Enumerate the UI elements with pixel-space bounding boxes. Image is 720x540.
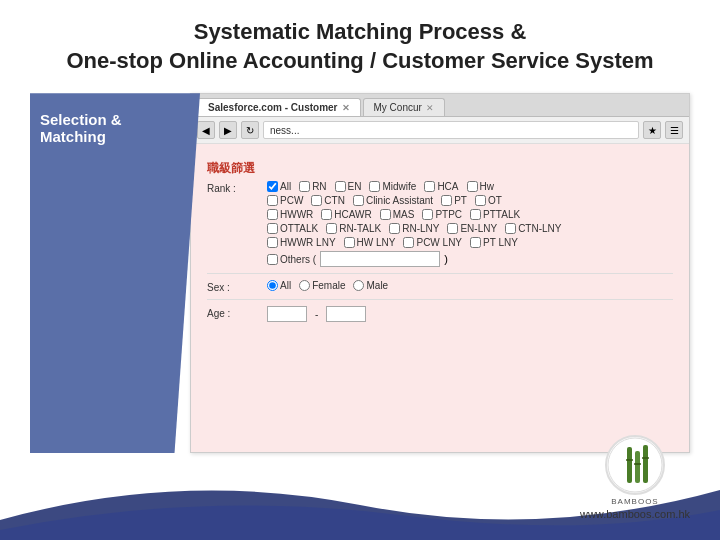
check-clinic-assistant[interactable]: Clinic Assistant <box>353 195 433 206</box>
svg-rect-2 <box>635 451 640 483</box>
check-ptlny[interactable]: PT LNY <box>470 237 518 248</box>
check-enlny-input[interactable] <box>447 223 458 234</box>
check-ctnlny-input[interactable] <box>505 223 516 234</box>
check-mas[interactable]: MAS <box>380 209 415 220</box>
check-mas-input[interactable] <box>380 209 391 220</box>
browser-forward-button[interactable]: ▶ <box>219 121 237 139</box>
check-hwlny-input[interactable] <box>344 237 355 248</box>
browser-refresh-button[interactable]: ↻ <box>241 121 259 139</box>
main-content: Selection & Matching Salesforce.com - Cu… <box>30 93 690 453</box>
check-ctn[interactable]: CTN <box>311 195 345 206</box>
radio-all[interactable]: All <box>267 280 291 291</box>
check-hca[interactable]: HCA <box>424 181 458 192</box>
logo-circle <box>605 435 665 495</box>
svg-rect-4 <box>626 459 633 461</box>
browser-tab-1[interactable]: Salesforce.com - Customer ✕ <box>197 98 361 116</box>
age-min-input[interactable] <box>267 306 307 322</box>
rank-row-1: All RN EN Midwife HCA Hw <box>267 181 673 192</box>
age-controls: - <box>267 306 673 322</box>
check-en-input[interactable] <box>335 181 346 192</box>
tab2-close-icon[interactable]: ✕ <box>426 103 434 113</box>
check-clinic-assistant-input[interactable] <box>353 195 364 206</box>
rank-row-5: HWWR LNY HW LNY PCW LNY PT LNY <box>267 237 673 248</box>
check-pttalk[interactable]: PTTALK <box>470 209 520 220</box>
check-pt-input[interactable] <box>441 195 452 206</box>
check-hca-input[interactable] <box>424 181 435 192</box>
divider-1 <box>207 273 673 274</box>
browser-toolbar: ◀ ▶ ↻ ★ ☰ <box>191 117 689 144</box>
radio-all-input[interactable] <box>267 280 278 291</box>
age-label: Age : <box>207 306 267 319</box>
svg-rect-5 <box>634 463 641 465</box>
svg-rect-3 <box>643 445 648 483</box>
check-pcwlny[interactable]: PCW LNY <box>403 237 462 248</box>
check-hwwrlny[interactable]: HWWR LNY <box>267 237 336 248</box>
check-pcw[interactable]: PCW <box>267 195 303 206</box>
rank-row-4: OTTALK RN-TALK RN-LNY EN-LNY CTN-LNY <box>267 223 673 234</box>
check-hcawr[interactable]: HCAWR <box>321 209 371 220</box>
radio-female[interactable]: Female <box>299 280 345 291</box>
tab1-close-icon[interactable]: ✕ <box>342 103 350 113</box>
radio-male-input[interactable] <box>353 280 364 291</box>
website-url: www.bamboos.com.hk <box>580 508 690 520</box>
browser-tab-2[interactable]: My Concur ✕ <box>363 98 445 116</box>
check-hcawr-input[interactable] <box>321 209 332 220</box>
check-midwife-input[interactable] <box>369 181 380 192</box>
sex-label: Sex : <box>207 280 267 293</box>
check-pcw-input[interactable] <box>267 195 278 206</box>
radio-female-input[interactable] <box>299 280 310 291</box>
divider-2 <box>207 299 673 300</box>
check-others-input[interactable] <box>267 254 278 265</box>
check-rntalk-input[interactable] <box>326 223 337 234</box>
rank-label: Rank : <box>207 181 267 194</box>
check-hwwr-input[interactable] <box>267 209 278 220</box>
check-en[interactable]: EN <box>335 181 362 192</box>
check-ottalk-input[interactable] <box>267 223 278 234</box>
check-ptpc[interactable]: PTPC <box>422 209 462 220</box>
rank-row: Rank : All RN EN Midwife HCA Hw <box>207 181 673 267</box>
browser-address-bar[interactable] <box>263 121 639 139</box>
check-pt[interactable]: PT <box>441 195 467 206</box>
browser-back-button[interactable]: ◀ <box>197 121 215 139</box>
check-all-input[interactable] <box>267 181 278 192</box>
check-ctnlny[interactable]: CTN-LNY <box>505 223 561 234</box>
age-row: Age : - <box>207 306 673 322</box>
check-hwwr[interactable]: HWWR <box>267 209 313 220</box>
browser-bookmark-icon[interactable]: ★ <box>643 121 661 139</box>
form-section: 職級篩選 Rank : All RN EN Midwife HCA Hw <box>201 154 679 334</box>
check-ottalk[interactable]: OTTALK <box>267 223 318 234</box>
check-hwlny[interactable]: HW LNY <box>344 237 396 248</box>
tab1-label: Salesforce.com - Customer <box>208 102 338 113</box>
others-text-input[interactable] <box>320 251 440 267</box>
sex-controls: All Female Male <box>267 280 673 291</box>
check-pcwlny-input[interactable] <box>403 237 414 248</box>
check-ot-input[interactable] <box>475 195 486 206</box>
check-others[interactable]: Others ( <box>267 254 316 265</box>
check-hwwrlny-input[interactable] <box>267 237 278 248</box>
check-ptpc-input[interactable] <box>422 209 433 220</box>
check-ptlny-input[interactable] <box>470 237 481 248</box>
check-hw-input[interactable] <box>467 181 478 192</box>
browser-menu-icon[interactable]: ☰ <box>665 121 683 139</box>
rank-controls: All RN EN Midwife HCA Hw PCW CTN Clinic … <box>267 181 673 267</box>
check-rntalk[interactable]: RN-TALK <box>326 223 381 234</box>
check-rn[interactable]: RN <box>299 181 326 192</box>
header-line2: One-stop Online Accounting / Customer Se… <box>10 47 710 76</box>
check-rnlny[interactable]: RN-LNY <box>389 223 439 234</box>
check-all[interactable]: All <box>267 181 291 192</box>
check-rnlny-input[interactable] <box>389 223 400 234</box>
check-ctn-input[interactable] <box>311 195 322 206</box>
age-max-input[interactable] <box>326 306 366 322</box>
check-hw[interactable]: Hw <box>467 181 494 192</box>
check-midwife[interactable]: Midwife <box>369 181 416 192</box>
sidebar-label: Selection & Matching <box>30 93 200 453</box>
others-row: Others ( ) <box>267 251 673 267</box>
radio-male[interactable]: Male <box>353 280 388 291</box>
check-pttalk-input[interactable] <box>470 209 481 220</box>
logo-area: BAMBOOS www.bamboos.com.hk <box>580 435 690 520</box>
check-enlny[interactable]: EN-LNY <box>447 223 497 234</box>
page-header: Systematic Matching Process & One-stop O… <box>0 0 720 85</box>
check-ot[interactable]: OT <box>475 195 502 206</box>
sidebar-label-text: Selection & Matching <box>40 111 190 145</box>
check-rn-input[interactable] <box>299 181 310 192</box>
